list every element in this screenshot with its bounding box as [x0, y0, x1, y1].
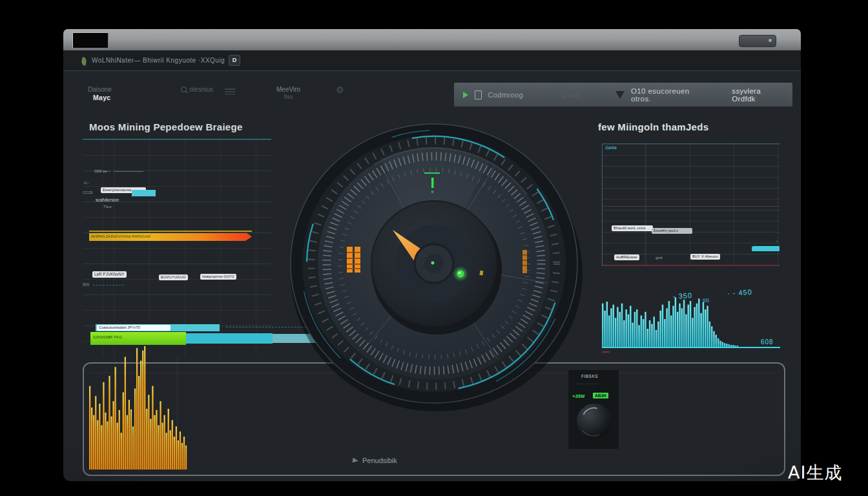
orange-bar: AVZPAN ZAZAZIVIVSAS PAPAZUAD — [89, 231, 252, 242]
right-panel-title: few Miingoln thamJeds — [598, 121, 708, 132]
hub-mid — [395, 225, 473, 302]
menu-lines-icon[interactable] — [225, 88, 235, 90]
dotted-line — [226, 327, 336, 327]
cyan-bar — [752, 246, 780, 251]
dark-triangle-icon — [615, 91, 625, 99]
orange-bar-topline — [89, 231, 252, 232]
sub-label: scañdlcrsion — [96, 198, 119, 202]
legend-row[interactable]: Penudsibik — [353, 457, 397, 464]
annotation: 00 — [703, 298, 710, 304]
status-dot-highlight — [459, 272, 461, 274]
green-top-dash — [424, 172, 440, 174]
gauge-face — [318, 147, 550, 380]
leaf-icon — [80, 57, 87, 66]
stacked-bar-top: Cuadudustfadalel JPYnT5 — [96, 324, 220, 331]
bottom-panel: Penudsibik FIBSKS —— ——— ··· ···· +35M A… — [83, 362, 785, 476]
tick-label: C– — [84, 181, 89, 185]
histogram-baseline — [602, 347, 780, 348]
cyan-bar — [132, 190, 156, 196]
right-grid: Ganta Bfraudlil word, uncle Esow#ry-jaud… — [602, 143, 780, 266]
gear-icon[interactable]: ⚙ — [336, 85, 344, 95]
tick-ring-major — [327, 156, 541, 371]
label-pill: AuBREuiete — [614, 254, 639, 260]
titlebar-handle[interactable] — [739, 35, 776, 47]
status-dot-glow — [453, 266, 468, 282]
hub-cap-inner — [424, 254, 444, 273]
red-tick — [602, 351, 610, 353]
label-pill: Bfraudlil word, uncle — [612, 225, 653, 231]
screen: WoLNhiNater— Bhiwril Kngyuote ·XXQuig D … — [0, 0, 868, 496]
search-icon — [181, 87, 187, 92]
orange-histogram — [89, 343, 187, 470]
nav-item-label: Daisone — [88, 86, 112, 93]
led-block-left — [347, 247, 360, 273]
led-block-right — [522, 250, 527, 273]
nav-item-label: otesnius — [189, 86, 213, 93]
pink-gridline — [603, 206, 780, 207]
card-green-value: +35M — [572, 393, 584, 399]
label-suffix: grtd — [656, 256, 662, 260]
card-title: FIBSKS — [581, 374, 598, 378]
gauge-needle — [393, 230, 435, 265]
label-pill: Iwaqruprme GUY2 — [200, 274, 236, 280]
annotation: - 350 — [673, 291, 693, 300]
nav-item-label: MeeViro — [276, 86, 300, 93]
axis-label: BW — [83, 282, 89, 287]
label-pill: Esow#ry-jaud.o — [652, 228, 692, 234]
tick-ring-minor — [340, 170, 528, 357]
gauge-hub — [371, 201, 497, 326]
nav-item-search[interactable]: otesnius — [181, 86, 213, 93]
cyan-histogram — [602, 293, 739, 347]
toolbar-breadcrumb: WoLNhiNater— Bhiwril Kngyuote ·XXQuig — [92, 57, 225, 64]
nav-right-bar: Codmroog prsetl O10 esucoreuen otros. ss… — [454, 83, 792, 107]
tick-label: O03 ss— — [94, 169, 110, 173]
center-green-dot — [431, 262, 435, 265]
nav-item-sublabel: ftss — [276, 94, 300, 100]
stacked-bar-label: Cuadudustfadalel JPYnT5 — [97, 325, 170, 331]
watermark: AI生成 — [788, 461, 842, 484]
nav-item-meeviro[interactable]: MeeViro ftss — [276, 86, 300, 100]
orange-bar-note: AVZPAN ZAZAZIVIVSAS PAPAZUAD — [91, 234, 192, 238]
gauge-casing — [291, 124, 577, 403]
card-green-badge: AB3H — [593, 393, 608, 398]
sphere-graphic — [577, 404, 612, 439]
stacked-bar-lightcyan — [273, 334, 335, 343]
run-label[interactable]: Codmroog — [488, 91, 524, 99]
toolbar: WoLNhiNater— Bhiwril Kngyuote ·XXQuig D — [63, 50, 801, 71]
panel-gridline — [90, 373, 776, 373]
card-line: —— ——— — [576, 382, 599, 386]
card-line: ··· ···· — [581, 388, 595, 391]
label-pill: BUY X Abeuon — [690, 254, 720, 260]
label-pill: LsR PJVKNxNY — [92, 271, 127, 278]
app-window: WoLNhiNater— Bhiwril Kngyuote ·XXQuig D … — [63, 29, 801, 481]
annotation: · - 450 — [727, 288, 753, 298]
yellow-dash — [479, 271, 483, 276]
titlebar — [63, 29, 801, 51]
app-chip[interactable]: D — [229, 55, 240, 66]
needle-shadow — [397, 235, 439, 271]
sub-label: Tilue — [103, 205, 112, 209]
dash-mark: – — [776, 238, 778, 243]
green-top-dot — [431, 191, 434, 193]
left-panel-title: Moos Mining Pepedoew Braiege — [89, 121, 243, 132]
link-label[interactable]: ssyvlera Ordfdk — [732, 87, 783, 103]
label-pill: EUVUYUGUO — [159, 274, 188, 280]
nav-item-daisone[interactable]: Daisone Mayc — [88, 86, 112, 101]
left-chart: O03 ss— C– CCCE Ewwrtytrannaunta scañdlc… — [83, 139, 271, 356]
tick-ring-outer — [311, 141, 557, 386]
green-top-tick — [431, 178, 434, 188]
mini-card: FIBSKS —— ——— ··· ···· +35M AB3H — [568, 370, 619, 449]
legend-label: Penudsibik — [362, 457, 397, 464]
navbar: Daisone Mayc otesnius MeeViro ftss ⚙ Cod… — [63, 81, 801, 108]
titlebar-button[interactable] — [72, 32, 108, 48]
red-gridline — [603, 265, 780, 266]
status-label[interactable]: O10 esucoreuen otros. — [631, 87, 707, 103]
grid-corner-label: Ganta — [605, 145, 617, 150]
document-icon[interactable] — [475, 90, 482, 99]
tick-label: CCCE — [83, 191, 93, 194]
faint-label: prsetl — [562, 91, 579, 99]
gauge-inner-ring — [302, 135, 566, 392]
face-wedge — [380, 147, 489, 264]
play-icon[interactable] — [463, 92, 468, 98]
hub-cap — [415, 244, 453, 283]
